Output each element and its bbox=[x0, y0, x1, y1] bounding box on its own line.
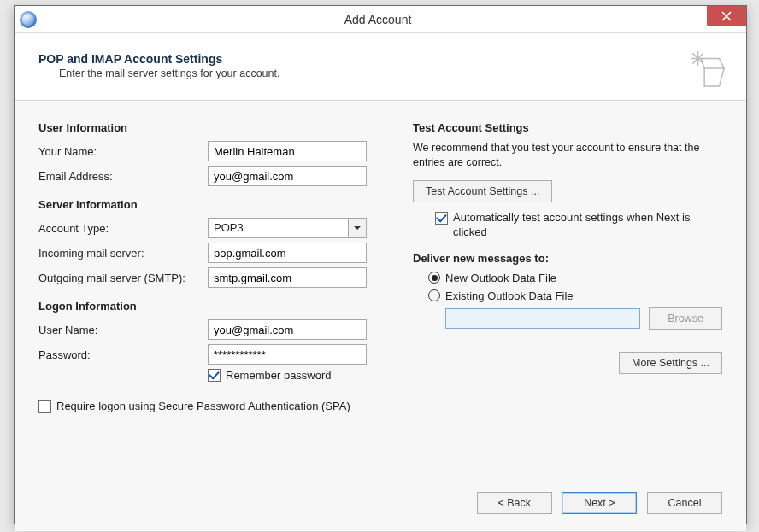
window-title: Add Account bbox=[42, 13, 746, 26]
account-type-value: POP3 bbox=[208, 218, 348, 238]
dialog-header: POP and IMAP Account Settings Enter the … bbox=[15, 33, 746, 101]
titlebar: Add Account bbox=[15, 6, 746, 33]
username-input[interactable] bbox=[208, 319, 367, 340]
chevron-down-icon bbox=[353, 224, 362, 232]
wizard-icon bbox=[688, 49, 727, 88]
test-account-settings-button[interactable]: Test Account Settings ... bbox=[413, 180, 552, 202]
cancel-button[interactable]: Cancel bbox=[647, 492, 722, 514]
server-info-heading: Server Information bbox=[38, 198, 379, 211]
incoming-server-input[interactable] bbox=[208, 243, 367, 263]
existing-data-file-label: Existing Outlook Data File bbox=[445, 289, 574, 302]
spa-checkbox[interactable] bbox=[38, 400, 51, 413]
email-label: Email Address: bbox=[38, 170, 208, 183]
close-icon bbox=[721, 11, 732, 21]
outgoing-server-input[interactable] bbox=[208, 267, 367, 288]
password-input[interactable] bbox=[208, 344, 367, 365]
existing-data-file-input[interactable] bbox=[445, 308, 640, 329]
auto-test-checkbox[interactable] bbox=[435, 212, 448, 225]
remember-password-label: Remember password bbox=[226, 369, 332, 382]
header-subtitle: Enter the mail server settings for your … bbox=[59, 67, 722, 79]
next-button[interactable]: Next > bbox=[562, 492, 637, 514]
incoming-label: Incoming mail server: bbox=[38, 247, 208, 260]
your-name-input[interactable] bbox=[208, 141, 367, 161]
remember-password-checkbox[interactable] bbox=[208, 369, 221, 382]
add-account-dialog: Add Account POP and IMAP Account Setting… bbox=[14, 5, 747, 524]
test-heading: Test Account Settings bbox=[413, 121, 722, 134]
deliver-heading: Deliver new messages to: bbox=[413, 252, 722, 265]
app-icon bbox=[20, 11, 37, 28]
new-data-file-label: New Outlook Data File bbox=[445, 272, 556, 284]
auto-test-label: Automatically test account settings when… bbox=[453, 211, 709, 240]
test-description: We recommend that you test your account … bbox=[413, 141, 722, 170]
account-type-dropdown-button[interactable] bbox=[348, 218, 367, 238]
account-type-select[interactable]: POP3 bbox=[208, 218, 367, 238]
user-info-heading: User Information bbox=[38, 121, 379, 134]
header-title: POP and IMAP Account Settings bbox=[38, 52, 722, 66]
spa-label: Require logon using Secure Password Auth… bbox=[56, 399, 350, 414]
outgoing-label: Outgoing mail server (SMTP): bbox=[38, 272, 208, 284]
email-input[interactable] bbox=[208, 166, 367, 186]
logon-info-heading: Logon Information bbox=[38, 300, 379, 313]
existing-data-file-radio[interactable] bbox=[428, 289, 440, 301]
back-button[interactable]: < Back bbox=[477, 492, 552, 514]
close-button[interactable] bbox=[707, 6, 746, 26]
username-label: User Name: bbox=[38, 324, 208, 336]
dialog-footer: < Back Next > Cancel bbox=[15, 476, 746, 531]
password-label: Password: bbox=[38, 348, 208, 361]
new-data-file-radio[interactable] bbox=[428, 272, 440, 284]
your-name-label: Your Name: bbox=[38, 145, 208, 158]
account-type-label: Account Type: bbox=[38, 222, 208, 235]
browse-button[interactable]: Browse bbox=[649, 307, 722, 330]
more-settings-button[interactable]: More Settings ... bbox=[619, 352, 722, 374]
